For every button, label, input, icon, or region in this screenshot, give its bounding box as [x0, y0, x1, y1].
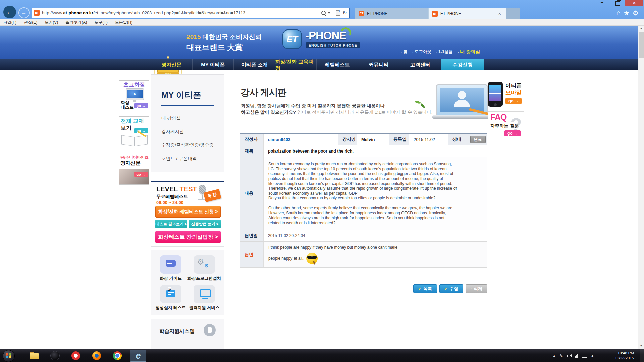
test-results-button[interactable]: 테스트 결과보기 >	[155, 220, 187, 228]
settings-gear-icon[interactable]: ⚙	[633, 9, 639, 17]
start-button[interactable]	[3, 350, 15, 362]
level-test-panel: LEVEL TEST 무료레벨테스트 06:00 ~ 24:00 무료 화상/전…	[151, 181, 224, 247]
go-button[interactable]: go →	[504, 130, 521, 136]
status-badge[interactable]: 완료	[470, 136, 486, 143]
home-icon[interactable]: ⌂	[616, 9, 621, 17]
go-button[interactable]: go →	[134, 172, 148, 177]
nav-curriculum[interactable]: 화상/전화 교육과정	[275, 59, 317, 70]
award-line-1: 2015 대한민국 소비자신뢰	[186, 33, 262, 41]
browser-tab-2-active[interactable]: ET ET-PHONE ×	[428, 8, 506, 19]
post-actions: ✔목록 ✔수정 ▪삭제	[240, 284, 487, 293]
author-label: 작성자	[240, 134, 264, 145]
banner-etphone-mobile[interactable]: 이티폰 모바일 go →	[488, 80, 524, 113]
menu-edit[interactable]: 편집(E)	[24, 20, 37, 25]
award-line-2: 대표브랜드 大賞	[186, 42, 243, 53]
tab-favicon: ET	[432, 11, 438, 17]
vertical-scrollbar[interactable]: ▲ ▼	[638, 26, 644, 349]
remote-support-tile[interactable]	[194, 285, 215, 303]
compatibility-view-icon[interactable]	[336, 10, 340, 16]
nav-etphone-intro[interactable]: 이티폰 소개	[234, 59, 275, 70]
nav-level-test[interactable]: 레벨테스트	[317, 59, 358, 70]
search-icon[interactable]	[321, 11, 326, 15]
edit-button[interactable]: ✔수정	[439, 284, 463, 293]
sidebar-item-teacher-board[interactable]: 강사게시판	[151, 125, 224, 138]
taskbar-file-explorer[interactable]	[26, 350, 42, 362]
pen-tray-icon[interactable]: ✎	[559, 353, 563, 358]
learning-support-item[interactable]: 학습지원시스템	[151, 319, 224, 342]
nav-english-news[interactable]: 영자신문	[151, 59, 193, 70]
tab-favicon: ET	[359, 11, 364, 16]
link-consult[interactable]: ▪1:1상담	[436, 49, 453, 55]
internet-explorer-icon: e	[136, 351, 141, 360]
tab-close-icon[interactable]: ×	[497, 11, 502, 16]
close-button[interactable]: ×	[625, 0, 643, 6]
level-test-apply-button[interactable]: 화상/전화 레벨테스트 신청 >	[155, 206, 221, 218]
hidden-icons-arrow[interactable]: ▲	[553, 354, 556, 357]
search-dropdown-icon[interactable]: ▾	[328, 11, 330, 15]
install-test-tile[interactable]: ✔	[160, 285, 181, 303]
link-home[interactable]: ▪홈	[401, 49, 408, 55]
nav-community[interactable]: 커뮤니티	[358, 59, 400, 70]
smartphone-icon	[488, 82, 503, 107]
status-label: 상태	[448, 134, 468, 145]
nav-customer-center[interactable]: 고객센터	[399, 59, 441, 70]
sunglasses-emoji	[306, 253, 318, 264]
sidebar-item-points-coupons[interactable]: 포인트 / 쿠폰내역	[151, 152, 224, 165]
banner-all-textbooks[interactable]: 전체 교재 보기 go →	[119, 116, 149, 147]
taskbar: e ▲ ✎ ▲ 10:48 PM 11/23/2015	[0, 349, 644, 362]
network-icon[interactable]	[575, 354, 578, 358]
video-test-classroom-button[interactable]: 화상테스트 강의실입장 >	[155, 231, 221, 243]
go-button[interactable]: go →	[505, 98, 522, 104]
forward-button[interactable]: →	[18, 7, 30, 18]
delete-button[interactable]: ▪삭제	[466, 284, 487, 293]
menu-view[interactable]: 보기(V)	[45, 20, 58, 25]
link-my-classroom[interactable]: ▪내 강의실	[458, 49, 480, 55]
menu-help[interactable]: 도움말(H)	[115, 20, 133, 25]
favorites-star-icon[interactable]: ★	[624, 9, 630, 17]
taskbar-clock[interactable]: 10:48 PM 11/23/2015	[600, 351, 634, 361]
display-tray-icon[interactable]	[582, 354, 587, 358]
video-guide-tile[interactable]	[160, 255, 181, 274]
taskbar-firefox[interactable]	[89, 350, 105, 362]
banner-faq[interactable]: ? FAQ 자주하는 질문 go →	[488, 111, 524, 140]
refresh-icon[interactable]: ↻	[343, 10, 347, 16]
go-button[interactable]: go →	[134, 103, 148, 108]
menu-file[interactable]: 파일(F)	[3, 20, 16, 25]
taskbar-internet-explorer-active[interactable]: e	[130, 350, 146, 362]
nav-my-etphone[interactable]: MY 이티폰	[193, 59, 234, 70]
scrollbar-thumb[interactable]	[639, 32, 644, 58]
new-tab-button[interactable]	[506, 8, 520, 19]
browser-titlebar: – × ← → ET http://www.et-phone.co.kr/et_…	[0, 0, 644, 19]
taskbar-opera[interactable]	[68, 350, 84, 362]
volume-icon[interactable]	[567, 354, 572, 358]
subject-label: 제목	[240, 145, 264, 157]
test-process-button[interactable]: 진행방법 보기 >	[189, 220, 221, 228]
disc-icon	[50, 351, 60, 360]
author-link[interactable]: simon6402	[264, 134, 338, 145]
teacher-name: Melvin	[357, 134, 389, 145]
sidebar-item-certificates[interactable]: 수강증/출석확인증/영수증	[151, 138, 224, 152]
banner-teen-junior-times[interactable]: 틴/주니어타임즈 영자신문 go →	[119, 154, 149, 185]
scroll-down-arrow[interactable]: ▼	[638, 343, 644, 349]
restore-button[interactable]	[615, 1, 620, 6]
language-indicator-icon[interactable]: ▲	[591, 354, 594, 357]
show-desktop-button[interactable]	[640, 349, 644, 362]
firefox-icon	[92, 351, 101, 360]
menu-tools[interactable]: 도구(T)	[94, 20, 107, 25]
address-bar[interactable]: ET http://www.et-phone.co.kr/et_new/myet…	[32, 8, 350, 18]
post-subject: polarization between the poor and the ri…	[264, 145, 487, 157]
banner-video-test[interactable]: 초고화질 e 화상테스트 go →	[119, 80, 149, 111]
list-button[interactable]: ✔목록	[413, 284, 437, 293]
taskbar-media-app[interactable]	[47, 350, 63, 362]
post-table: 작성자 simon6402 강사명 Melvin 등록일 2015.11.02 …	[240, 133, 487, 268]
browser-tab-1[interactable]: ET ET-PHONE	[355, 8, 428, 19]
sidebar-item-my-classroom[interactable]: 내 강의실	[151, 112, 224, 125]
nav-enroll-button[interactable]: 수강신청	[441, 59, 484, 70]
taskbar-chrome[interactable]	[109, 350, 125, 362]
menu-favorites[interactable]: 즐겨찾기(A)	[65, 20, 87, 25]
link-logout[interactable]: ▪로그아웃	[412, 49, 431, 55]
minimize-button[interactable]: –	[596, 0, 608, 6]
scroll-up-arrow[interactable]: ▲	[638, 26, 644, 31]
video-program-install-tile[interactable]: ⚙⚙	[194, 255, 215, 274]
back-button[interactable]: ←	[3, 6, 16, 18]
